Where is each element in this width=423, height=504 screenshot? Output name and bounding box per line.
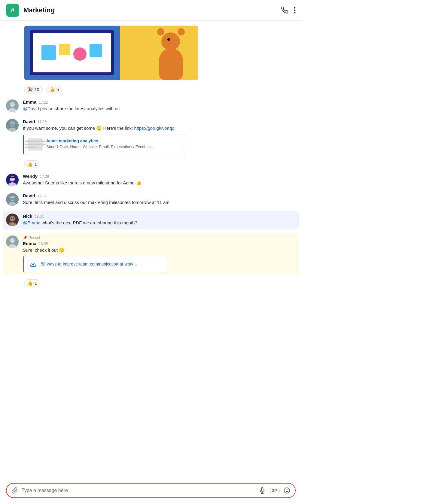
timestamp: 17:26 <box>40 175 49 179</box>
message-text: Sure, let's meet and discuss our makreti… <box>23 199 296 206</box>
attach-button[interactable] <box>11 487 18 494</box>
message-input-wrapper: GIF <box>6 483 296 498</box>
mic-icon <box>259 487 266 494</box>
sender-name: Emma <box>23 241 36 246</box>
mic-button[interactable] <box>259 487 266 494</box>
message-emma-2: 📌 Pinned Emma 18:05 Sure, check it out 😉… <box>3 233 299 275</box>
emoji-icon <box>284 487 290 494</box>
link-preview-title: Acme marketing analytics <box>46 138 181 143</box>
message-nick-1: Nick 18:02 @Emma what's the next PDF we … <box>3 211 299 229</box>
file-attachment[interactable]: 50-ways-to-improve-team-communication-at… <box>23 256 167 272</box>
channel-header: # Marketing <box>0 0 302 21</box>
reactions-top: 🎉 10 👍 5 <box>24 86 296 93</box>
avatar-nick <box>6 214 19 226</box>
analytics-link[interactable]: https://goo.gl/Nonqqi <box>134 126 175 131</box>
avatar-emma-1 <box>6 99 19 112</box>
reaction-david-1: 👍 1 <box>24 160 296 168</box>
message-header: Emma 17:22 <box>23 99 296 105</box>
more-options-button[interactable] <box>294 7 296 14</box>
timestamp: 17:32 <box>38 194 47 198</box>
reaction-emma-2: 👍 1 <box>24 279 296 287</box>
message-david-1: David 17:25 If you want some, you can ge… <box>6 118 296 156</box>
more-icon <box>294 7 296 14</box>
reaction-party[interactable]: 🎉 10 <box>24 86 43 93</box>
mention-david: @David <box>23 106 39 111</box>
message-content-david-2: David 17:32 Sure, let's meet and discuss… <box>23 193 296 206</box>
sender-name: David <box>23 119 35 124</box>
message-text: @Emma what's the next PDF we are sharing… <box>23 220 296 226</box>
svg-point-4 <box>10 102 15 107</box>
phone-icon <box>281 7 288 14</box>
message-emma-1: Emma 17:22 @David please share the lates… <box>6 98 296 114</box>
chat-area: 🎉 10 👍 5 Emma 17:22 @David please share … <box>0 21 302 321</box>
timestamp: 17:22 <box>39 100 48 105</box>
message-content-nick: Nick 18:02 @Emma what's the next PDF we … <box>23 214 296 226</box>
sender-name: David <box>23 193 35 198</box>
avatar-david-1 <box>6 119 19 132</box>
svg-point-28 <box>284 488 290 493</box>
message-header: Emma 18:05 <box>23 241 296 246</box>
emoji-button[interactable] <box>284 487 290 494</box>
image-preview <box>24 26 198 80</box>
message-text: Awesome! Seems like there's a new milest… <box>23 180 296 187</box>
message-content-emma-2: 📌 Pinned Emma 18:05 Sure, check it out 😉… <box>23 235 296 272</box>
avatar-wendy <box>6 174 19 186</box>
sender-name: Nick <box>23 214 32 219</box>
channel-icon: # <box>6 4 19 17</box>
pinned-label: 📌 Pinned <box>23 235 296 240</box>
reaction-thumbs-up-1[interactable]: 👍 5 <box>46 86 62 93</box>
input-actions: GIF <box>259 487 290 494</box>
message-input-area: GIF <box>6 483 296 498</box>
message-header: Nick 18:02 <box>23 214 296 219</box>
gif-button[interactable]: GIF <box>270 488 279 493</box>
link-preview-thumbnail <box>28 138 43 150</box>
svg-point-0 <box>294 7 296 9</box>
message-wendy-1: Wendy 17:26 Awesome! Seems like there's … <box>6 172 296 188</box>
avatar-emma-2 <box>6 235 19 248</box>
sender-name: Emma <box>23 99 36 105</box>
timestamp: 17:25 <box>38 120 47 124</box>
channel-name: Marketing <box>23 6 281 14</box>
svg-point-21 <box>13 217 14 219</box>
file-download-icon <box>28 259 38 269</box>
file-name[interactable]: 50-ways-to-improve-team-communication-at… <box>41 262 137 266</box>
paperclip-icon <box>11 487 18 494</box>
message-content-emma-1: Emma 17:22 @David please share the lates… <box>23 99 296 112</box>
message-header: David 17:32 <box>23 193 296 198</box>
svg-point-2 <box>294 12 296 14</box>
timestamp: 18:05 <box>39 242 48 246</box>
sender-name: Wendy <box>23 174 38 179</box>
timestamp: 18:02 <box>35 214 44 219</box>
message-header: David 17:25 <box>23 119 296 124</box>
reaction-thumbs-david[interactable]: 👍 1 <box>24 160 40 168</box>
svg-point-23 <box>10 238 15 243</box>
svg-point-20 <box>11 217 12 219</box>
link-preview-card: Acme marketing analytics Sheet1 Date, Na… <box>23 135 185 154</box>
avatar-david-2 <box>6 193 19 206</box>
svg-point-1 <box>294 10 296 11</box>
header-actions <box>281 7 296 14</box>
message-text: If you want some, you can get some 😉 Her… <box>23 125 296 132</box>
link-preview-desc: Sheet1 Date, Name, Website, Email, Expec… <box>46 144 181 149</box>
mention-emma: @Emma <box>23 220 41 225</box>
message-text: Sure, check it out 😉 <box>23 247 296 254</box>
message-david-2: David 17:32 Sure, let's meet and discuss… <box>6 192 296 207</box>
message-text: @David please share the latest analytics… <box>23 105 296 112</box>
message-header: Wendy 17:26 <box>23 174 296 179</box>
svg-point-9 <box>9 123 16 126</box>
message-content-wendy: Wendy 17:26 Awesome! Seems like there's … <box>23 174 296 187</box>
message-content-david-1: David 17:25 If you want some, you can ge… <box>23 119 296 155</box>
reaction-thumbs-emma[interactable]: 👍 1 <box>24 279 40 287</box>
svg-point-18 <box>10 216 15 221</box>
svg-point-16 <box>9 198 16 200</box>
call-button[interactable] <box>281 7 288 14</box>
message-input[interactable] <box>22 488 255 493</box>
